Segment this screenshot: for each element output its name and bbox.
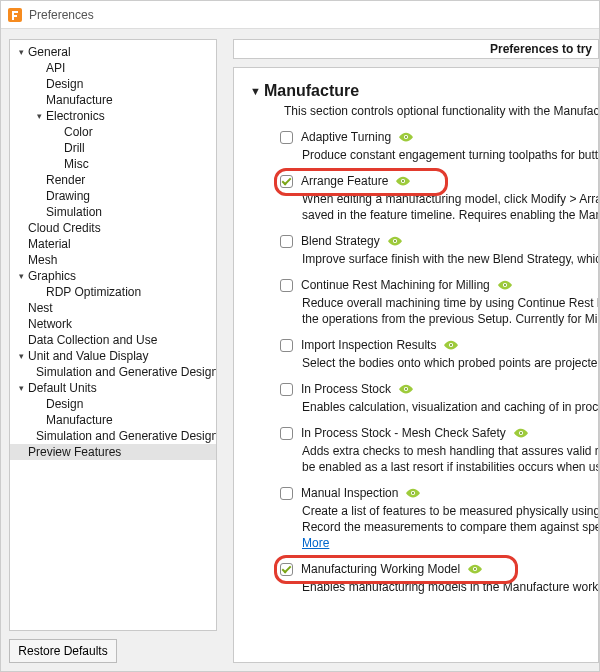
feature-item: Manufacturing Working ModelEnables manuf… — [280, 560, 598, 594]
feature-description: Reduce overall machining time by using C… — [302, 296, 598, 310]
feature-item: Arrange FeatureWhen editing a manufactur… — [280, 172, 598, 222]
tree-item[interactable]: Preview Features — [10, 444, 216, 460]
chevron-down-icon: ▼ — [250, 85, 264, 97]
feature-checkbox[interactable] — [280, 279, 293, 292]
feature-label: Adaptive Turning — [301, 130, 391, 144]
feature-item: Manual InspectionCreate a list of featur… — [280, 484, 598, 550]
restore-defaults-button[interactable]: Restore Defaults — [9, 639, 117, 663]
tree-item-label: Material — [28, 236, 71, 252]
tree-item-label: Misc — [64, 156, 89, 172]
tree-item-label: Graphics — [28, 268, 76, 284]
titlebar: Preferences — [1, 1, 599, 29]
tree-item[interactable]: ▾Graphics — [10, 268, 216, 284]
left-pane: ▾GeneralAPIDesignManufacture▾Electronics… — [1, 29, 225, 671]
feature-row: Blend Strategy — [280, 232, 598, 250]
more-link[interactable]: More — [302, 536, 329, 550]
tree-item-label: Render — [46, 172, 85, 188]
tree-item[interactable]: ▾Default Units — [10, 380, 216, 396]
feature-checkbox[interactable] — [280, 175, 293, 188]
tree-item-label: General — [28, 44, 71, 60]
tree-item[interactable]: Drawing — [10, 188, 216, 204]
feature-label: Manufacturing Working Model — [301, 562, 460, 576]
section-description: This section controls optional functiona… — [284, 104, 598, 118]
tree-item[interactable]: Color — [10, 124, 216, 140]
feature-row: Arrange Feature — [280, 172, 598, 190]
tree-item[interactable]: Misc — [10, 156, 216, 172]
tree-item-label: Mesh — [28, 252, 57, 268]
tree-item[interactable]: ▾Electronics — [10, 108, 216, 124]
feature-description: Record the measurements to compare them … — [302, 520, 598, 534]
tree-item-label: Simulation — [46, 204, 102, 220]
feature-checkbox[interactable] — [280, 563, 293, 576]
tree-item[interactable]: Design — [10, 396, 216, 412]
svg-point-16 — [412, 492, 414, 494]
feature-checkbox[interactable] — [280, 339, 293, 352]
tree-item-label: Design — [46, 396, 83, 412]
eye-icon — [396, 176, 410, 186]
feature-checkbox[interactable] — [280, 131, 293, 144]
section-title: Manufacture — [264, 82, 359, 100]
tree-item[interactable]: Network — [10, 316, 216, 332]
feature-item: Adaptive TurningProduce constant engagem… — [280, 128, 598, 162]
tree-item-label: Manufacture — [46, 92, 113, 108]
tree-item[interactable]: ▾Unit and Value Display — [10, 348, 216, 364]
feature-row: Continue Rest Machining for Milling — [280, 276, 598, 294]
eye-icon — [388, 236, 402, 246]
svg-point-18 — [474, 568, 476, 570]
tree-item[interactable]: Simulation — [10, 204, 216, 220]
feature-checkbox[interactable] — [280, 487, 293, 500]
tree-item-label: Simulation and Generative Design — [36, 364, 217, 380]
twisty-icon: ▾ — [16, 268, 26, 284]
section-header[interactable]: ▼ Manufacture — [250, 82, 598, 100]
right-pane: Preferences to try ▼ Manufacture This se… — [225, 29, 599, 671]
preferences-window: Preferences ▾GeneralAPIDesignManufacture… — [0, 0, 600, 672]
tree-item[interactable]: Design — [10, 76, 216, 92]
tree-item[interactable]: Mesh — [10, 252, 216, 268]
feature-row: Import Inspection Results — [280, 336, 598, 354]
feature-row: In Process Stock — [280, 380, 598, 398]
svg-point-8 — [504, 284, 506, 286]
feature-item: Import Inspection ResultsSelect the bodi… — [280, 336, 598, 370]
fusion-logo-icon — [7, 7, 23, 23]
tree-item-label: Nest — [28, 300, 53, 316]
feature-row: Manufacturing Working Model — [280, 560, 598, 578]
tree-item[interactable]: Manufacture — [10, 92, 216, 108]
feature-description: Improve surface finish with the new Blen… — [302, 252, 598, 266]
eye-icon — [399, 384, 413, 394]
tree-item[interactable]: Data Collection and Use — [10, 332, 216, 348]
feature-description: When editing a manufacturing model, clic… — [302, 192, 598, 206]
twisty-icon: ▾ — [16, 380, 26, 396]
feature-checkbox[interactable] — [280, 235, 293, 248]
tree-item[interactable]: Simulation and Generative Design — [10, 428, 216, 444]
tree-item-label: API — [46, 60, 65, 76]
tree-item[interactable]: API — [10, 60, 216, 76]
feature-description: Produce constant engagement turning tool… — [302, 148, 598, 162]
twisty-icon: ▾ — [34, 108, 44, 124]
tree-item[interactable]: Nest — [10, 300, 216, 316]
tree-item[interactable]: Drill — [10, 140, 216, 156]
tree-item-label: RDP Optimization — [46, 284, 141, 300]
feature-item: Blend StrategyImprove surface finish wit… — [280, 232, 598, 266]
eye-icon — [444, 340, 458, 350]
tree-item[interactable]: Manufacture — [10, 412, 216, 428]
tree-item[interactable]: Simulation and Generative Design — [10, 364, 216, 380]
tree-item-label: Data Collection and Use — [28, 332, 157, 348]
tree-item[interactable]: Cloud Credits — [10, 220, 216, 236]
feature-description: Create a list of features to be measured… — [302, 504, 598, 518]
feature-row: In Process Stock - Mesh Check Safety — [280, 424, 598, 442]
preferences-tree[interactable]: ▾GeneralAPIDesignManufacture▾Electronics… — [9, 39, 217, 631]
feature-checkbox[interactable] — [280, 383, 293, 396]
feature-checkbox[interactable] — [280, 427, 293, 440]
feature-label: Import Inspection Results — [301, 338, 436, 352]
tree-item-label: Default Units — [28, 380, 97, 396]
svg-point-14 — [520, 432, 522, 434]
feature-label: In Process Stock — [301, 382, 391, 396]
feature-description: the operations from the previous Setup. … — [302, 312, 598, 326]
tree-item[interactable]: Material — [10, 236, 216, 252]
eye-icon — [406, 488, 420, 498]
tree-item[interactable]: ▾General — [10, 44, 216, 60]
tree-item[interactable]: Render — [10, 172, 216, 188]
tree-item[interactable]: RDP Optimization — [10, 284, 216, 300]
header-bar-text: Preferences to try — [490, 42, 592, 56]
feature-description: be enabled as a last resort if instabili… — [302, 460, 598, 474]
